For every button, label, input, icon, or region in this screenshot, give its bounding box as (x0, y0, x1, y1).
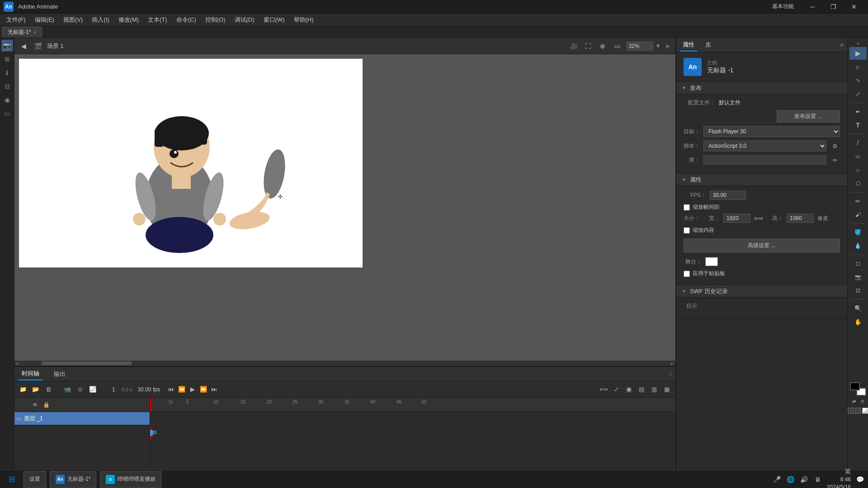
fill-color[interactable] (850, 382, 860, 390)
eraser-tool[interactable]: ◻ (849, 257, 867, 270)
monitor-icon[interactable]: 🖥 (813, 475, 822, 484)
zoom-tool[interactable]: 🔍 (849, 302, 867, 314)
pencil-tool[interactable]: ✏ (849, 195, 867, 207)
panel-scroll-right[interactable]: ▶ (665, 42, 672, 49)
publish-section-header[interactable]: ▼ 发布 (676, 82, 847, 94)
publish-settings-button[interactable]: 发布设置 ... (777, 110, 840, 122)
zoom-input[interactable] (626, 42, 653, 51)
menu-text[interactable]: 文本(T) (143, 14, 172, 26)
panel-menu-icon[interactable]: ≡ (840, 42, 844, 48)
asset-tool[interactable]: ⊡ (849, 284, 867, 297)
layer-outline-btn[interactable]: · (140, 414, 148, 422)
script-select[interactable]: ActionScript 3.0 (703, 141, 826, 151)
canvas-hscroll[interactable]: ◀ ▶ (14, 361, 675, 366)
menu-debug[interactable]: 调试(D) (230, 14, 259, 26)
speaker-icon[interactable]: 🔊 (800, 475, 809, 484)
network-icon[interactable]: 🌐 (786, 475, 795, 484)
home-icon[interactable]: 🎬 (33, 41, 43, 52)
hand-tool[interactable]: ✋ (849, 315, 867, 328)
layer-lock-icon[interactable]: 🔒 (42, 400, 51, 409)
minimize-button[interactable]: ─ (802, 0, 823, 14)
class-edit-icon[interactable]: ✏ (830, 155, 840, 165)
swap-colors-btn[interactable]: ⇄ (850, 398, 858, 405)
new-layer-btn[interactable]: 📁 (18, 385, 28, 394)
play-btn[interactable]: ▶ (188, 385, 197, 394)
document-tab[interactable]: 无标题-1* × (2, 27, 42, 38)
close-button[interactable]: ✕ (844, 0, 864, 14)
hscroll-thumb[interactable] (42, 361, 132, 365)
basic-func-label[interactable]: 基本功能 (772, 3, 794, 10)
props-section-header[interactable]: ▼ 属性 (676, 174, 847, 186)
reset-colors-btn[interactable]: ↺ (859, 398, 866, 405)
menu-command[interactable]: 命令(C) (172, 14, 201, 26)
sidebar-apps-icon[interactable]: ⊟ (1, 80, 13, 92)
sidebar-info-icon[interactable]: ℹ (1, 67, 13, 79)
transform2-tool[interactable]: ⤢ (849, 88, 867, 100)
layer-visibility-btn[interactable]: · (123, 414, 132, 422)
rect-tool[interactable]: ▭ (849, 150, 867, 163)
advanced-settings-button[interactable]: 高级设置 ... (684, 239, 840, 253)
go-to-start-btn[interactable]: ⏮ (166, 385, 175, 394)
free-transform-tool[interactable]: ⤡ (849, 74, 867, 87)
onion-skin-btn[interactable]: ⊙ (75, 385, 85, 394)
tl-extra3[interactable]: ▥ (649, 385, 659, 394)
distribute-btn[interactable]: ⤢ (611, 385, 621, 394)
canvas-viewport[interactable]: ✛ (14, 54, 675, 361)
menu-control[interactable]: 控制(O) (201, 14, 230, 26)
taskbar-settings[interactable]: 设置 (24, 471, 46, 488)
fit-scene-icon[interactable]: 🎥 (568, 41, 579, 52)
layer-row[interactable]: ▭ 图层 _1 · · · (14, 412, 150, 425)
delete-layer-btn[interactable]: 🗑 (43, 385, 53, 394)
stage-icon[interactable]: ▭ (612, 41, 623, 52)
timeline-menu-icon[interactable]: ≡ (669, 371, 672, 377)
tab-timeline[interactable]: 时间轴 (18, 368, 43, 380)
layer-lock-btn[interactable]: · (132, 414, 140, 422)
step-back-btn[interactable]: ⏪ (177, 385, 186, 394)
snap-btn[interactable]: ⟺ (599, 385, 609, 394)
mic-icon[interactable]: 🎤 (773, 475, 782, 484)
poly-tool[interactable]: ⬠ (849, 177, 867, 190)
oval-tool[interactable]: ○ (849, 164, 867, 176)
line-tool[interactable]: / (849, 136, 867, 149)
swf-history-header[interactable]: ▼ SWF 历史记录 (676, 285, 847, 298)
menu-modify[interactable]: 修改(M) (114, 14, 144, 26)
scale-interval-checkbox[interactable] (684, 204, 690, 211)
tl-extra2[interactable]: ▤ (637, 385, 646, 394)
selection-tool[interactable]: ▶ (849, 47, 867, 60)
camera-tl-btn[interactable]: 📹 (62, 385, 72, 394)
taskbar-animate[interactable]: An 无标题-1* (50, 471, 96, 488)
tab-properties[interactable]: 属性 (680, 39, 697, 52)
new-folder-btn[interactable]: 📂 (31, 385, 41, 394)
step-forward-btn[interactable]: ⏩ (199, 385, 208, 394)
center-icon[interactable]: ⊕ (597, 41, 608, 52)
menu-help[interactable]: 帮助(H) (289, 14, 318, 26)
sidebar-camera-icon[interactable]: 📷 (1, 40, 13, 52)
width-input[interactable] (723, 214, 750, 223)
swap-icon[interactable]: ⟺ (754, 214, 763, 223)
stroke-mode-btn[interactable] (855, 408, 861, 414)
height-input[interactable] (787, 214, 814, 223)
paint-bucket-tool[interactable]: 🪣 (849, 226, 867, 239)
gradient-mode-btn[interactable] (862, 408, 868, 414)
sidebar-grid-icon[interactable]: ⊞ (1, 53, 13, 65)
tab-output[interactable]: 输出 (50, 368, 69, 380)
menu-file[interactable]: 文件(F) (2, 14, 30, 26)
fill-mode-btn[interactable] (848, 408, 854, 414)
tab-close-button[interactable]: × (33, 30, 36, 35)
tl-extra4[interactable]: ▦ (662, 385, 672, 394)
sidebar-motion-icon[interactable]: ◉ (1, 94, 13, 106)
camera-tool[interactable]: 📷 (849, 271, 867, 283)
menu-edit[interactable]: 编辑(E) (30, 14, 59, 26)
class-input[interactable] (703, 155, 826, 164)
notification-icon[interactable]: 💬 (855, 475, 864, 484)
go-to-end-btn[interactable]: ⏭ (210, 385, 219, 394)
menu-insert[interactable]: 插入(I) (87, 14, 113, 26)
camera-view-icon[interactable]: ⛶ (583, 41, 594, 52)
script-settings-icon[interactable]: ⚙ (830, 141, 840, 151)
playhead[interactable] (150, 398, 151, 412)
scale-content-checkbox[interactable] (684, 227, 690, 234)
target-select[interactable]: Flash Player 30 (703, 126, 840, 137)
windows-start-button[interactable]: ⊞ (4, 471, 20, 488)
tl-extra1[interactable]: ▣ (624, 385, 634, 394)
subselection-tool[interactable]: ▷ (849, 61, 867, 73)
